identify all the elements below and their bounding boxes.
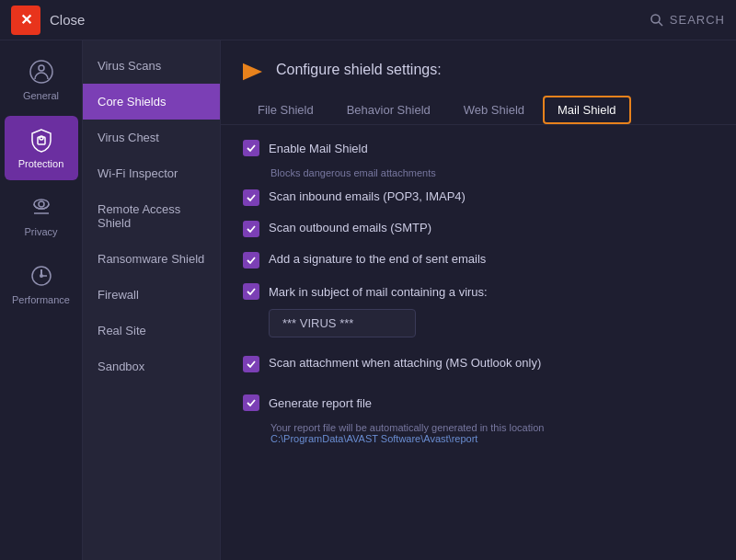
setting-scan-inbound: Scan inbound emails (POP3, IMAP4) bbox=[243, 189, 714, 206]
nav-item-real-site[interactable]: Real Site bbox=[83, 313, 220, 349]
setting-enable-mail-shield: Enable Mail Shield Blocks dangerous emai… bbox=[243, 140, 714, 178]
svg-marker-11 bbox=[243, 63, 262, 81]
title-bar: ✕ Close SEARCH bbox=[0, 0, 736, 40]
svg-point-5 bbox=[40, 136, 43, 140]
svg-point-0 bbox=[651, 15, 660, 23]
icon-sidebar: General Protection Privacy bbox=[0, 40, 83, 560]
checkbox-scan-outbound[interactable] bbox=[243, 221, 259, 237]
window-title: Close bbox=[50, 12, 650, 28]
checkbox-scan-attachment[interactable] bbox=[243, 356, 259, 372]
nav-item-virus-chest[interactable]: Virus Chest bbox=[83, 120, 220, 155]
settings-content: Enable Mail Shield Blocks dangerous emai… bbox=[221, 125, 736, 470]
sidebar-item-protection[interactable]: Protection bbox=[5, 116, 78, 180]
tab-mail-shield[interactable]: Mail Shield bbox=[543, 96, 631, 124]
nav-item-wifi-inspector[interactable]: Wi-Fi Inspector bbox=[83, 155, 220, 191]
checkbox-mark-subject[interactable] bbox=[243, 283, 259, 300]
report-path-link[interactable]: C:\ProgramData\AVAST Software\Avast\repo… bbox=[270, 433, 477, 444]
tabs-row: File Shield Behavior Shield Web Shield M… bbox=[221, 88, 736, 125]
content-area: Configure shield settings: File Shield B… bbox=[221, 40, 736, 560]
enable-mail-shield-subtext: Blocks dangerous email attachments bbox=[270, 167, 436, 178]
nav-menu: Virus Scans Core Shields Virus Chest Wi-… bbox=[83, 40, 221, 560]
nav-item-ransomware[interactable]: Ransomware Shield bbox=[83, 241, 220, 277]
tab-web-shield[interactable]: Web Shield bbox=[449, 96, 539, 124]
tab-behavior-shield[interactable]: Behavior Shield bbox=[332, 96, 445, 124]
svg-rect-4 bbox=[38, 137, 45, 144]
checkbox-generate-report[interactable] bbox=[243, 394, 259, 411]
close-button[interactable]: ✕ bbox=[11, 6, 40, 35]
main-layout: General Protection Privacy bbox=[0, 40, 736, 560]
search-icon bbox=[650, 13, 664, 28]
svg-point-2 bbox=[30, 61, 52, 83]
configure-title: Configure shield settings: bbox=[276, 62, 442, 78]
sidebar-item-performance[interactable]: Performance bbox=[5, 252, 78, 316]
nav-item-remote-access[interactable]: Remote Access Shield bbox=[83, 191, 220, 241]
arrow-right-icon bbox=[243, 59, 269, 85]
setting-scan-attachment: Scan attachment when attaching (MS Outlo… bbox=[243, 356, 714, 372]
svg-point-7 bbox=[39, 201, 44, 207]
setting-scan-outbound: Scan outbound emails (SMTP) bbox=[243, 221, 714, 237]
svg-point-10 bbox=[40, 274, 43, 278]
checkbox-enable-mail-shield[interactable] bbox=[243, 140, 259, 156]
setting-generate-report: Generate report file Your report file wi… bbox=[243, 394, 714, 444]
tab-file-shield[interactable]: File Shield bbox=[243, 96, 328, 124]
setting-mark-subject: Mark in subject of mail containing a vir… bbox=[243, 283, 714, 345]
report-subtext: Your report file will be automatically g… bbox=[270, 422, 544, 444]
virus-subject-input[interactable] bbox=[269, 309, 416, 337]
checkbox-add-signature[interactable] bbox=[243, 252, 259, 269]
sidebar-item-general[interactable]: General bbox=[5, 48, 78, 112]
content-header: Configure shield settings: bbox=[221, 40, 736, 88]
privacy-icon bbox=[29, 195, 54, 221]
svg-point-3 bbox=[39, 65, 44, 71]
nav-item-firewall[interactable]: Firewall bbox=[83, 277, 220, 313]
sidebar-item-privacy[interactable]: Privacy bbox=[5, 184, 78, 248]
checkbox-scan-inbound[interactable] bbox=[243, 189, 259, 206]
protection-icon bbox=[29, 127, 54, 153]
nav-item-sandbox[interactable]: Sandbox bbox=[83, 349, 220, 384]
svg-line-1 bbox=[659, 22, 662, 26]
setting-add-signature: Add a signature to the end of sent email… bbox=[243, 252, 714, 269]
search-button[interactable]: SEARCH bbox=[650, 13, 725, 28]
nav-item-core-shields[interactable]: Core Shields bbox=[83, 84, 220, 120]
performance-icon bbox=[29, 263, 54, 289]
general-icon bbox=[29, 59, 54, 85]
nav-item-virus-scans[interactable]: Virus Scans bbox=[83, 48, 220, 84]
